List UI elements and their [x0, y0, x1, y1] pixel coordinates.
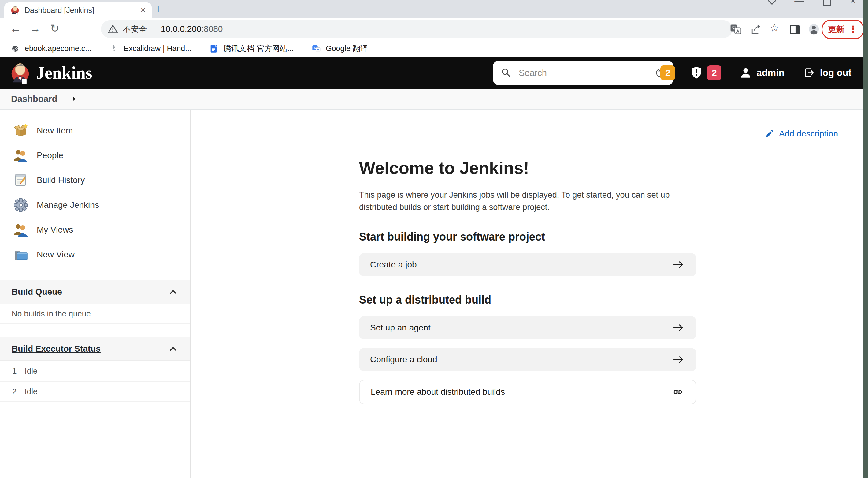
create-job-task[interactable]: Create a job: [359, 253, 696, 276]
chrome-update-button[interactable]: 更新 ⋮: [822, 20, 864, 39]
window-maximize-icon[interactable]: [823, 0, 831, 6]
executor-status-title[interactable]: Build Executor Status: [11, 344, 101, 354]
update-label: 更新: [828, 24, 844, 35]
configure-cloud-task[interactable]: Configure a cloud: [359, 348, 696, 371]
main-content: Add description Welcome to Jenkins! This…: [190, 110, 868, 478]
search-icon: [500, 66, 513, 79]
browser-address-bar: ← → ↻ 不安全 10.0.0.200:8080 ☆ 更新 ⋮: [0, 18, 868, 40]
browser-profile-avatar[interactable]: [807, 22, 821, 36]
security-shield-icon[interactable]: [689, 65, 704, 80]
jenkins-favicon: [10, 5, 20, 15]
executor-status-panel: Build Executor Status 1 Idle 2 Idle: [0, 337, 190, 402]
build-queue-empty-text: No builds in the queue.: [0, 304, 190, 324]
executor-number: 2: [12, 387, 17, 396]
not-secure-warning-icon[interactable]: [107, 23, 119, 35]
collapse-chevron-icon[interactable]: [168, 287, 178, 297]
pencil-icon: [764, 128, 775, 139]
sidebar: New Item People Build History Manage Jen…: [0, 110, 190, 478]
bookmark-item[interactable]: 腾讯文档-官方网站...: [209, 43, 293, 54]
arrow-right-icon: [672, 321, 685, 334]
arrow-right-icon: [672, 258, 685, 271]
bookmark-item[interactable]: ebook.apecome.c...: [10, 44, 91, 54]
welcome-text: This page is where your Jenkins jobs wil…: [359, 189, 696, 213]
header-actions: 2 2 admin log out: [643, 57, 851, 89]
tencent-docs-favicon: [209, 44, 219, 54]
sidebar-item-manage-jenkins[interactable]: Manage Jenkins: [0, 192, 190, 217]
sidebar-item-people[interactable]: People: [0, 143, 190, 168]
window-close-icon[interactable]: ×: [850, 0, 856, 6]
logout-button[interactable]: log out: [802, 66, 851, 80]
build-history-notepad-icon: [13, 173, 28, 187]
globe-favicon: [10, 44, 20, 54]
url-text: 10.0.0.200:8080: [161, 24, 223, 34]
welcome-panel: Welcome to Jenkins! This page is where y…: [359, 158, 696, 404]
bookmark-star-icon[interactable]: ☆: [770, 22, 779, 34]
sidebar-item-my-views[interactable]: My Views: [0, 217, 190, 242]
add-description-link[interactable]: Add description: [764, 128, 838, 139]
gear-icon: [13, 198, 28, 212]
external-link-icon: [671, 385, 684, 399]
browser-tab[interactable]: Dashboard [Jenkins] ×: [4, 2, 152, 18]
build-queue-header[interactable]: Build Queue: [0, 280, 190, 304]
sidebar-item-new-item[interactable]: New Item: [0, 118, 190, 143]
people-icon: [13, 148, 28, 163]
sidebar-item-new-view[interactable]: New View: [0, 242, 190, 267]
arrow-right-icon: [672, 353, 685, 366]
new-item-box-icon: [13, 123, 28, 138]
window-minimize-icon[interactable]: —: [794, 0, 804, 6]
tab-search-chevron-icon[interactable]: [765, 0, 779, 9]
user-icon: [739, 66, 752, 79]
security-label: 不安全: [123, 24, 147, 35]
setup-agent-task[interactable]: Set up an agent: [359, 316, 696, 339]
jenkins-wordmark: Jenkins: [36, 63, 92, 83]
bookmarks-bar: ebook.apecome.c... Excalidraw | Hand... …: [0, 40, 868, 57]
executor-number: 1: [12, 366, 17, 376]
excalidraw-favicon: [109, 44, 119, 54]
jenkins-butler-logo: [10, 61, 31, 85]
folder-icon: [13, 247, 28, 262]
section-title-build: Start building your software project: [359, 231, 696, 243]
logout-label: log out: [820, 67, 851, 78]
collapse-chevron-icon[interactable]: [168, 343, 178, 354]
browser-tab-strip: Dashboard [Jenkins] × + — ×: [0, 0, 868, 18]
username: admin: [756, 67, 784, 78]
breadcrumb: Dashboard: [0, 89, 868, 110]
security-badge[interactable]: 2: [707, 65, 721, 80]
learn-more-distributed-task[interactable]: Learn more about distributed builds: [359, 380, 696, 404]
executor-row: 1 Idle: [0, 361, 190, 382]
browser-menu-kebab-icon[interactable]: ⋮: [848, 24, 858, 35]
jenkins-logo-link[interactable]: Jenkins: [10, 57, 92, 89]
side-panel-icon[interactable]: [788, 23, 802, 37]
omnibox-divider: [154, 25, 154, 34]
notification-bell-icon[interactable]: [643, 66, 657, 80]
tab-close-icon[interactable]: ×: [141, 6, 146, 14]
forward-icon[interactable]: →: [28, 22, 42, 35]
reload-icon[interactable]: ↻: [48, 22, 62, 35]
screen: Dashboard [Jenkins] × + — × ← → ↻ 不安全 10…: [0, 0, 868, 478]
bookmark-item[interactable]: Google 翻译: [311, 43, 368, 54]
build-queue-panel: Build Queue No builds in the queue.: [0, 280, 190, 324]
share-icon[interactable]: [749, 23, 763, 36]
executor-status-header[interactable]: Build Executor Status: [0, 337, 190, 361]
notification-badge[interactable]: 2: [660, 65, 675, 80]
page-title: Welcome to Jenkins!: [359, 158, 696, 178]
bookmark-item[interactable]: Excalidraw | Hand...: [109, 44, 191, 54]
logout-icon: [802, 66, 816, 80]
screen-edge-strip: [863, 0, 868, 478]
build-queue-title: Build Queue: [11, 287, 62, 297]
new-tab-button[interactable]: +: [151, 1, 166, 17]
add-description-label: Add description: [779, 129, 838, 139]
breadcrumb-dashboard[interactable]: Dashboard: [11, 94, 57, 104]
sidebar-nav: New Item People Build History Manage Jen…: [0, 110, 190, 280]
executor-status: Idle: [25, 387, 37, 396]
user-menu[interactable]: admin: [739, 66, 784, 79]
executor-status: Idle: [25, 366, 37, 376]
omnibox[interactable]: 不安全 10.0.0.200:8080: [101, 20, 733, 38]
back-icon[interactable]: ←: [8, 22, 23, 35]
translate-page-icon[interactable]: [729, 23, 743, 36]
section-title-distributed: Set up a distributed build: [359, 294, 696, 306]
jenkins-header: Jenkins 2 2 admin log out: [0, 57, 868, 89]
search-input[interactable]: [518, 68, 649, 78]
breadcrumb-caret-icon[interactable]: [71, 95, 78, 102]
sidebar-item-build-history[interactable]: Build History: [0, 168, 190, 192]
